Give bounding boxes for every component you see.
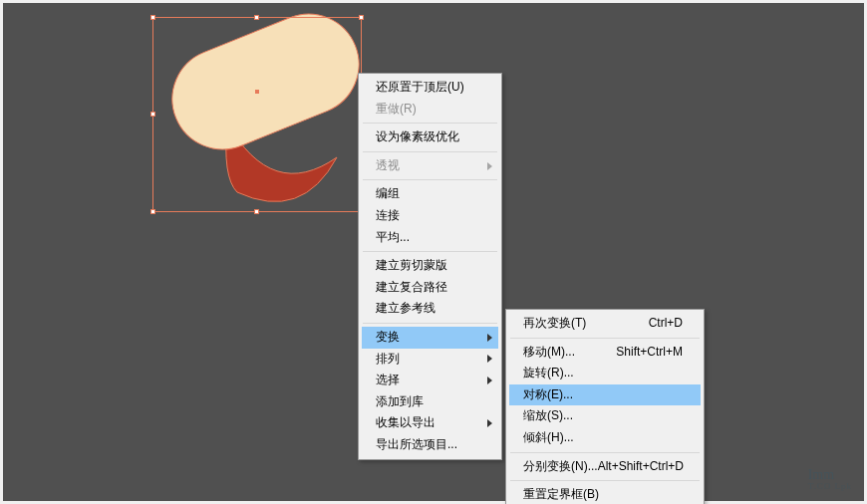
menu-label: 还原置于顶层(U) xyxy=(376,80,464,96)
menu-label: 建立参考线 xyxy=(376,301,435,317)
menu-transform-again[interactable]: 再次变换(T)Ctrl+D xyxy=(509,313,701,335)
menu-separator xyxy=(363,323,497,324)
menu-label: 重做(R) xyxy=(376,102,417,118)
menu-group[interactable]: 编组 xyxy=(362,183,498,205)
menu-label: 重置定界框(B) xyxy=(523,487,599,503)
menu-label: 再次变换(T) xyxy=(523,316,586,332)
menu-add-library[interactable]: 添加到库 xyxy=(362,391,498,413)
menu-transform-each[interactable]: 分别变换(N)...Alt+Shift+Ctrl+D xyxy=(509,456,701,478)
menu-reflect[interactable]: 对称(E)... xyxy=(509,384,701,406)
menu-label: 收集以导出 xyxy=(376,415,435,431)
menu-label: 设为像素级优化 xyxy=(376,129,459,145)
selection-center xyxy=(255,90,259,94)
menu-perspective[interactable]: 透视 xyxy=(362,155,498,177)
menu-label: 对称(E)... xyxy=(523,387,573,403)
menu-separator xyxy=(510,338,700,339)
watermark: Imm T.CO Lpk xyxy=(808,468,852,491)
selection-bounds[interactable] xyxy=(152,17,362,212)
menu-export-selection[interactable]: 导出所选项目... xyxy=(362,434,498,456)
menu-undo[interactable]: 还原置于顶层(U) xyxy=(362,77,498,99)
menu-compound-path[interactable]: 建立复合路径 xyxy=(362,277,498,299)
menu-redo[interactable]: 重做(R) xyxy=(362,99,498,121)
watermark-sub: T.CO Lpk xyxy=(808,482,852,491)
menu-label: 添加到库 xyxy=(376,394,424,410)
menu-label: 选择 xyxy=(376,373,400,388)
submenu-arrow-icon xyxy=(487,377,492,384)
menu-label: 平均... xyxy=(376,230,410,246)
menu-label: 排列 xyxy=(376,352,400,368)
menu-separator xyxy=(510,452,700,453)
menu-label: 缩放(S)... xyxy=(523,408,573,424)
menu-label: 分别变换(N)... xyxy=(523,459,598,475)
menu-shortcut: Shift+Ctrl+M xyxy=(616,345,683,361)
context-menu-main: 还原置于顶层(U) 重做(R) 设为像素级优化 透视 编组 连接 平均... 建… xyxy=(358,73,502,460)
menu-shortcut: Alt+Shift+Ctrl+D xyxy=(598,459,684,475)
menu-collect-export[interactable]: 收集以导出 xyxy=(362,412,498,434)
menu-shear[interactable]: 倾斜(H)... xyxy=(509,427,701,449)
menu-shortcut: Ctrl+D xyxy=(649,316,683,332)
submenu-arrow-icon xyxy=(487,162,492,170)
menu-move[interactable]: 移动(M)...Shift+Ctrl+M xyxy=(509,342,701,364)
resize-handle-bl[interactable] xyxy=(150,209,155,214)
menu-select[interactable]: 选择 xyxy=(362,370,498,391)
menu-clipping-mask[interactable]: 建立剪切蒙版 xyxy=(362,255,498,277)
menu-label: 连接 xyxy=(376,208,400,224)
menu-rotate[interactable]: 旋转(R)... xyxy=(509,363,701,384)
resize-handle-ml[interactable] xyxy=(150,112,155,117)
menu-separator xyxy=(363,151,497,152)
menu-separator xyxy=(363,123,497,124)
menu-separator xyxy=(510,480,700,481)
resize-handle-tm[interactable] xyxy=(254,15,259,20)
menu-label: 移动(M)... xyxy=(523,345,575,361)
menu-reset-bbox[interactable]: 重置定界框(B) xyxy=(509,484,701,504)
menu-scale[interactable]: 缩放(S)... xyxy=(509,405,701,427)
menu-label: 建立剪切蒙版 xyxy=(376,258,447,274)
menu-label: 透视 xyxy=(376,158,400,174)
menu-join[interactable]: 连接 xyxy=(362,205,498,227)
canvas-area[interactable]: 还原置于顶层(U) 重做(R) 设为像素级优化 透视 编组 连接 平均... 建… xyxy=(3,3,864,501)
submenu-arrow-icon xyxy=(487,419,492,427)
menu-pixel-optimize[interactable]: 设为像素级优化 xyxy=(362,126,498,148)
menu-label: 导出所选项目... xyxy=(376,437,457,453)
submenu-arrow-icon xyxy=(487,334,492,342)
menu-separator xyxy=(363,251,497,252)
context-menu-transform: 再次变换(T)Ctrl+D 移动(M)...Shift+Ctrl+M 旋转(R)… xyxy=(505,309,705,504)
resize-handle-bm[interactable] xyxy=(254,209,259,214)
menu-label: 建立复合路径 xyxy=(376,280,447,296)
resize-handle-tl[interactable] xyxy=(150,15,155,20)
menu-label: 编组 xyxy=(376,186,400,202)
menu-label: 旋转(R)... xyxy=(523,366,574,381)
submenu-arrow-icon xyxy=(487,355,492,363)
menu-arrange[interactable]: 排列 xyxy=(362,349,498,371)
resize-handle-tr[interactable] xyxy=(359,15,364,20)
menu-transform[interactable]: 变换 xyxy=(362,327,498,349)
menu-label: 倾斜(H)... xyxy=(523,430,574,446)
watermark-main: Imm xyxy=(808,467,834,482)
menu-average[interactable]: 平均... xyxy=(362,227,498,249)
menu-separator xyxy=(363,179,497,180)
menu-label: 变换 xyxy=(376,330,400,346)
menu-make-guide[interactable]: 建立参考线 xyxy=(362,298,498,320)
